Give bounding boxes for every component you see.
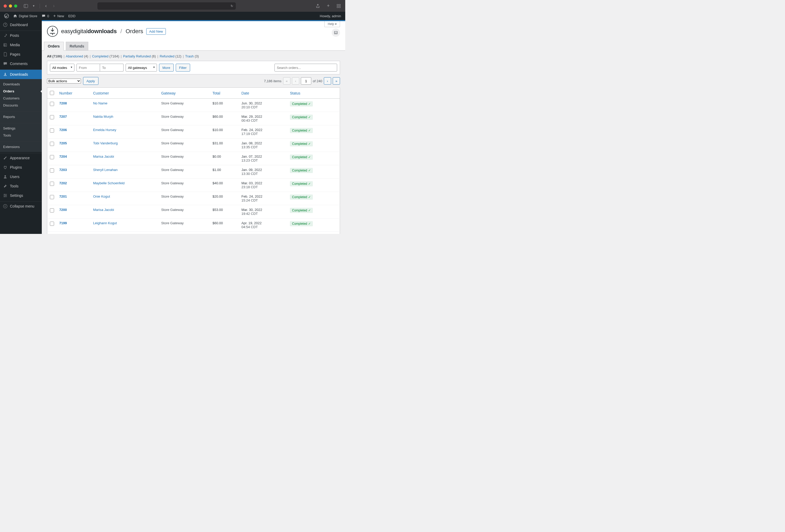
gateways-select[interactable]: All gateways [126, 64, 157, 72]
view-trash[interactable]: Trash (3) [185, 54, 199, 58]
order-number-link[interactable]: 7199 [59, 221, 67, 225]
table-row: 7198 Emelda Warner Store Gateway $30.00 … [47, 232, 340, 234]
submenu-extensions[interactable]: Extensions [0, 143, 42, 150]
col-date[interactable]: Date [239, 88, 287, 99]
col-gateway[interactable]: Gateway [158, 88, 210, 99]
wp-logo-icon[interactable] [2, 12, 11, 20]
row-checkbox[interactable] [50, 168, 54, 172]
col-number[interactable]: Number [57, 88, 90, 99]
date-to-input[interactable] [100, 64, 124, 72]
menu-posts[interactable]: Posts [0, 31, 42, 40]
row-checkbox[interactable] [50, 195, 54, 199]
chevron-down-icon[interactable]: ▼ [31, 3, 36, 9]
menu-appearance[interactable]: Appearance [0, 153, 42, 163]
customer-link[interactable]: Tobi Vanderburg [93, 141, 118, 145]
row-checkbox[interactable] [50, 182, 54, 186]
order-number-link[interactable]: 7206 [59, 128, 67, 132]
customer-link[interactable]: No Name [93, 101, 107, 105]
view-refunded[interactable]: Refunded (12) [160, 54, 181, 58]
menu-comments[interactable]: Comments [0, 59, 42, 69]
customer-link[interactable]: Maybelle Schoenfeld [93, 181, 125, 185]
more-filters-button[interactable]: More [159, 64, 174, 72]
back-button[interactable]: ‹ [43, 3, 49, 9]
view-all[interactable]: All (7186) [47, 54, 62, 58]
menu-downloads[interactable]: Downloads [0, 70, 42, 79]
order-number-link[interactable]: 7201 [59, 194, 67, 198]
row-checkbox[interactable] [50, 155, 54, 159]
howdy-account[interactable]: Howdy, admin [318, 12, 343, 20]
submenu-settings[interactable]: Settings [0, 125, 42, 132]
next-page-button[interactable]: › [324, 77, 331, 85]
menu-media[interactable]: Media [0, 40, 42, 50]
customer-link[interactable]: Onie Kogut [93, 194, 110, 198]
filter-button[interactable]: Filter [176, 64, 190, 72]
current-page-input[interactable] [301, 77, 311, 85]
share-icon[interactable] [315, 3, 321, 9]
url-bar[interactable]: ↻ [97, 2, 236, 10]
menu-plugins[interactable]: Plugins [0, 163, 42, 172]
site-home-link[interactable]: Digital Store [11, 12, 40, 20]
customer-link[interactable]: Marisa Jacobi [93, 208, 114, 212]
date-from-input[interactable] [77, 64, 100, 72]
modes-select[interactable]: All modes [50, 64, 74, 72]
new-tab-icon[interactable]: + [325, 3, 331, 9]
col-customer[interactable]: Customer [90, 88, 158, 99]
row-checkbox[interactable] [50, 222, 54, 226]
menu-tools[interactable]: Tools [0, 181, 42, 191]
customer-link[interactable]: Sheryll Lenahan [93, 168, 118, 172]
window-close[interactable] [4, 4, 7, 7]
tabs-icon[interactable] [336, 3, 341, 9]
order-number-link[interactable]: 7207 [59, 114, 67, 118]
order-number-link[interactable]: 7202 [59, 181, 67, 185]
submenu-downloads[interactable]: Downloads [0, 81, 42, 88]
tab-refunds[interactable]: Refunds [66, 42, 88, 50]
customer-link[interactable]: Leighann Kogut [93, 221, 117, 225]
customer-link[interactable]: Nakita Murph [93, 114, 113, 118]
tab-orders[interactable]: Orders [44, 42, 64, 51]
submenu-tools[interactable]: Tools [0, 132, 42, 139]
row-checkbox[interactable] [50, 102, 54, 106]
row-checkbox[interactable] [50, 115, 54, 119]
customer-link[interactable]: Marisa Jacobi [93, 155, 114, 158]
last-page-button[interactable]: » [333, 77, 340, 85]
col-status[interactable]: Status [287, 88, 340, 99]
customer-link[interactable]: Emelda Hursey [93, 128, 116, 132]
menu-dashboard[interactable]: Dashboard [0, 20, 42, 29]
apply-bulk-button[interactable]: Apply [83, 77, 98, 85]
order-number-link[interactable]: 7203 [59, 168, 67, 172]
forward-button[interactable]: › [51, 3, 57, 9]
new-content-link[interactable]: + New [51, 12, 66, 20]
search-orders-input[interactable] [275, 64, 337, 72]
add-new-button[interactable]: Add New [146, 28, 166, 35]
sidebar-toggle-icon[interactable] [23, 3, 29, 9]
submenu-reports[interactable]: Reports [0, 113, 42, 120]
order-number-link[interactable]: 7205 [59, 141, 67, 145]
order-number-link[interactable]: 7204 [59, 155, 67, 158]
row-checkbox[interactable] [50, 208, 54, 212]
comments-link[interactable]: 0 [40, 12, 51, 20]
order-number-link[interactable]: 7200 [59, 208, 67, 212]
row-checkbox[interactable] [50, 128, 54, 133]
submenu-orders[interactable]: Orders [0, 88, 42, 95]
submenu-customers[interactable]: Customers [0, 95, 42, 102]
select-all-header[interactable] [47, 88, 57, 99]
window-zoom[interactable] [14, 4, 17, 7]
view-completed[interactable]: Completed (7164) [92, 54, 119, 58]
view-abandoned[interactable]: Abandoned (4) [66, 54, 88, 58]
window-minimize[interactable] [9, 4, 12, 7]
view-partially-refunded[interactable]: Partially Refunded (6) [123, 54, 156, 58]
collapse-menu[interactable]: Collapse menu [0, 202, 42, 211]
row-checkbox[interactable] [50, 142, 54, 146]
menu-users[interactable]: Users [0, 172, 42, 181]
submenu-discounts[interactable]: Discounts [0, 102, 42, 109]
col-total[interactable]: Total [210, 88, 239, 99]
bulk-actions-select[interactable]: Bulk actions [47, 79, 81, 83]
help-tab[interactable]: Help [324, 21, 340, 27]
order-number-link[interactable]: 7208 [59, 101, 67, 105]
select-all-checkbox[interactable] [50, 91, 54, 95]
edd-adminbar-link[interactable]: EDD [66, 12, 77, 20]
inbox-button[interactable] [332, 28, 340, 37]
menu-settings[interactable]: Settings [0, 191, 42, 200]
menu-pages[interactable]: Pages [0, 50, 42, 59]
reload-icon[interactable]: ↻ [231, 4, 233, 8]
